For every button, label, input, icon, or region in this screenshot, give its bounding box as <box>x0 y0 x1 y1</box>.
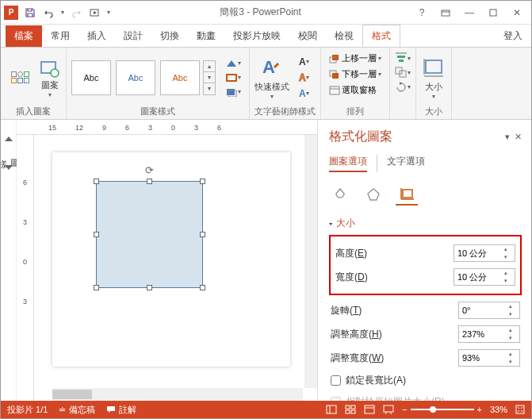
spin-up-icon[interactable]: ▴ <box>505 350 516 358</box>
height-input[interactable] <box>454 245 500 261</box>
thumbnail-pane-collapsed[interactable]: 圖樣 <box>1 121 17 401</box>
tab-review[interactable]: 校閱 <box>289 25 326 47</box>
normal-view-icon[interactable] <box>326 405 337 414</box>
gallery-up-icon[interactable]: ▴ <box>204 61 215 72</box>
tab-format[interactable]: 格式 <box>362 25 400 47</box>
resize-handle[interactable] <box>200 232 205 237</box>
minimize-icon[interactable]: — <box>458 5 480 21</box>
zoom-track[interactable] <box>411 409 474 410</box>
tab-text-options[interactable]: 文字選項 <box>387 155 425 172</box>
zoom-out-icon[interactable]: − <box>402 405 407 414</box>
selected-shape[interactable]: ⟳ <box>96 181 203 288</box>
scale-width-input[interactable] <box>459 350 505 366</box>
spin-down-icon[interactable]: ▾ <box>500 253 511 261</box>
expand-up-icon[interactable] <box>5 136 13 141</box>
size-icon[interactable] <box>421 56 446 81</box>
text-effects-icon[interactable]: A▾ <box>296 86 312 101</box>
zoom-thumb[interactable] <box>430 406 436 413</box>
pane-close-icon[interactable]: ✕ <box>515 132 522 141</box>
group-icon[interactable]: ▾ <box>392 65 414 79</box>
spin-down-icon[interactable]: ▾ <box>505 358 516 366</box>
scale-height-input[interactable] <box>459 326 505 342</box>
shape-outline-icon[interactable]: ▾ <box>222 71 244 84</box>
rotation-input[interactable] <box>459 302 505 318</box>
slide-indicator[interactable]: 投影片 1/1 <box>7 404 48 416</box>
spin-up-icon[interactable]: ▴ <box>500 269 511 277</box>
vertical-scrollbar[interactable] <box>304 135 317 388</box>
rotation-spinner[interactable]: ▴▾ <box>458 302 520 319</box>
spin-up-icon[interactable]: ▴ <box>505 326 516 334</box>
redo-icon[interactable] <box>69 6 83 20</box>
slideshow-view-icon[interactable] <box>383 405 394 414</box>
maximize-icon[interactable] <box>482 5 504 21</box>
tab-transitions[interactable]: 切換 <box>151 25 188 47</box>
notes-button[interactable]: ≐ 備忘稿 <box>59 404 95 416</box>
ribbon-display-icon[interactable] <box>434 5 457 21</box>
selection-pane-button[interactable]: 選取窗格 <box>326 83 381 98</box>
align-icon[interactable]: ▾ <box>392 51 414 65</box>
zoom-slider[interactable]: − + <box>402 405 482 414</box>
fill-line-icon[interactable] <box>329 183 351 206</box>
text-outline-icon[interactable]: A▾ <box>296 71 312 85</box>
rotate-icon[interactable]: ▾ <box>392 79 414 94</box>
tab-insert[interactable]: 插入 <box>78 25 115 47</box>
horizontal-scrollbar[interactable] <box>52 388 303 401</box>
height-spinner[interactable]: ▴▾ <box>454 244 515 262</box>
close-icon[interactable]: ✕ <box>506 5 528 21</box>
gallery-down-icon[interactable]: ▾ <box>204 72 215 83</box>
spin-down-icon[interactable]: ▾ <box>505 310 516 318</box>
resize-handle[interactable] <box>94 232 99 237</box>
scale-width-spinner[interactable]: ▴▾ <box>458 349 520 367</box>
fit-to-window-icon[interactable] <box>515 405 525 414</box>
zoom-level[interactable]: 33% <box>490 405 507 414</box>
pane-menu-icon[interactable]: ▾ <box>505 132 510 141</box>
size-properties-icon[interactable] <box>396 183 418 206</box>
resize-handle[interactable] <box>94 179 99 184</box>
shape-style-preview[interactable]: Abc <box>71 60 111 95</box>
width-spinner[interactable]: ▴▾ <box>454 268 515 286</box>
send-backward-button[interactable]: 下移一層▾ <box>326 67 385 82</box>
reading-view-icon[interactable] <box>364 405 375 414</box>
save-icon[interactable] <box>23 6 37 20</box>
spin-up-icon[interactable]: ▴ <box>500 245 511 253</box>
shapes-gallery-icon[interactable] <box>11 71 29 83</box>
start-from-beginning-icon[interactable] <box>88 6 102 20</box>
expand-down-icon[interactable] <box>5 165 13 170</box>
signin-link[interactable]: 登入 <box>495 25 531 47</box>
tab-shape-options[interactable]: 圖案選項 <box>329 155 367 172</box>
effects-icon[interactable] <box>362 183 385 206</box>
spin-down-icon[interactable]: ▾ <box>505 334 516 342</box>
chevron-down-icon[interactable]: ▾ <box>48 91 52 98</box>
lock-ratio-row[interactable]: 鎖定長寬比(A) <box>329 370 522 391</box>
sorter-view-icon[interactable] <box>345 405 356 414</box>
size-section-header[interactable]: 大小 <box>329 217 522 230</box>
text-fill-icon[interactable]: A▾ <box>296 55 312 69</box>
insert-shape-icon[interactable] <box>39 57 61 79</box>
shape-styles-gallery[interactable]: Abc Abc Abc <box>71 60 200 95</box>
tab-slideshow[interactable]: 投影片放映 <box>224 25 289 47</box>
comments-button[interactable]: 註解 <box>106 404 136 416</box>
undo-dropdown-icon[interactable]: ▾ <box>61 9 64 16</box>
help-icon[interactable]: ? <box>411 5 433 21</box>
scale-height-spinner[interactable]: ▴▾ <box>458 325 520 343</box>
shape-style-preview[interactable]: Abc <box>160 60 200 95</box>
resize-handle[interactable] <box>94 285 99 290</box>
resize-handle[interactable] <box>200 285 205 290</box>
rotation-handle-icon[interactable]: ⟳ <box>145 164 154 176</box>
resize-handle[interactable] <box>147 179 152 184</box>
quick-styles-icon[interactable]: A <box>259 56 285 81</box>
gallery-more-icon[interactable]: ▾ <box>204 83 215 94</box>
tab-design[interactable]: 設計 <box>115 25 151 47</box>
spin-down-icon[interactable]: ▾ <box>500 277 511 285</box>
chevron-down-icon[interactable]: ▾ <box>270 93 274 100</box>
tab-home[interactable]: 常用 <box>42 25 78 47</box>
bring-forward-button[interactable]: 上移一層▾ <box>326 51 385 66</box>
resize-handle[interactable] <box>200 179 205 184</box>
spin-up-icon[interactable]: ▴ <box>505 302 516 310</box>
undo-icon[interactable] <box>42 6 56 20</box>
tab-file[interactable]: 檔案 <box>6 25 42 47</box>
shape-fill-icon[interactable]: ▾ <box>222 57 244 70</box>
slide-canvas[interactable]: ⟳ <box>52 152 290 367</box>
shape-effects-icon[interactable]: ▾ <box>222 86 244 98</box>
width-input[interactable] <box>454 269 500 285</box>
